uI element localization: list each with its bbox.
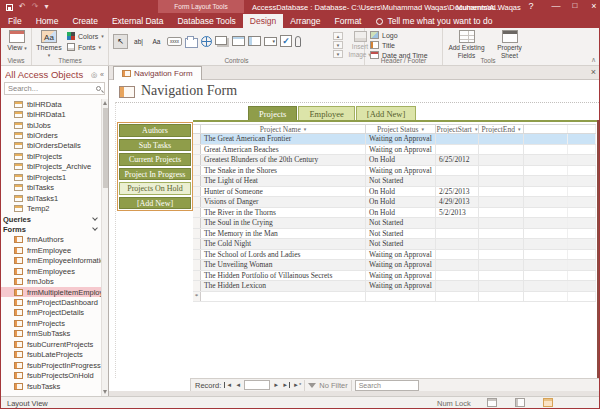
record-search-input[interactable]: Search: [355, 380, 419, 391]
cell-project-start[interactable]: [436, 260, 479, 270]
The Snake in the Shores[interactable]: The Snake in the Shores Waiting on Appro…: [193, 166, 596, 177]
filter-status[interactable]: No Filter: [319, 381, 347, 390]
nav-pane-item[interactable]: frmSubTasks: [1, 329, 101, 339]
Hunter of Someone[interactable]: Hunter of Someone On Hold 2/25/2013: [193, 187, 596, 198]
view-dropdown-icon[interactable]: ▾: [24, 45, 27, 51]
column-dropdown-icon[interactable]: ▾: [421, 126, 424, 132]
nav-pane-item[interactable]: fsubProjectsOnHold: [1, 370, 101, 380]
button-icon[interactable]: xxxx: [167, 34, 182, 49]
column-header[interactable]: [568, 125, 596, 133]
cell-project-start[interactable]: 2/25/2013: [436, 187, 479, 197]
record-number-input[interactable]: [244, 380, 270, 390]
cell-project-status[interactable]: Not Started: [366, 229, 436, 239]
cell-project-name[interactable]: Visions of Danger: [201, 197, 366, 207]
cell-project-name[interactable]: The Unveiling Woman: [201, 260, 366, 270]
cell-project-start[interactable]: [436, 145, 479, 155]
undo-icon[interactable]: ↶: [19, 2, 26, 12]
signed-in-user[interactable]: Muhammad Waqas: [456, 3, 521, 12]
column-dropdown-icon[interactable]: ▾: [475, 126, 478, 132]
nav-pane-item[interactable]: frmEmployeeInformation: [1, 256, 101, 266]
attachment-icon[interactable]: [295, 36, 301, 47]
cell-project-start[interactable]: [436, 239, 479, 249]
logo-button[interactable]: Logo: [370, 31, 428, 39]
cell-project-end[interactable]: [479, 218, 524, 228]
subform-icon[interactable]: [215, 36, 227, 45]
cell-project-name[interactable]: Great American Beaches: [201, 145, 366, 155]
nav-pane-item[interactable]: tblTasks: [1, 183, 101, 193]
gallery-scroll-down-icon[interactable]: ▼: [333, 41, 343, 49]
save-icon[interactable]: [6, 4, 13, 11]
nav-pane-item[interactable]: tblHRData1: [1, 109, 101, 119]
record-selector[interactable]: [193, 208, 201, 218]
The Great American Frontier[interactable]: The Great American Frontier Waiting on A…: [193, 134, 596, 145]
nav-pane-item[interactable]: fsubTasks: [1, 381, 101, 391]
scroll-up-icon[interactable]: [103, 101, 107, 105]
gallery-scroll-up-icon[interactable]: ▲: [333, 32, 343, 40]
cell-project-status[interactable]: Not Started: [366, 218, 436, 228]
record-selector[interactable]: [193, 197, 201, 207]
The Soul in the Crying[interactable]: The Soul in the Crying Not Started: [193, 218, 596, 229]
cell-project-start[interactable]: 4/29/2013: [436, 197, 479, 207]
cell-project-end[interactable]: [479, 145, 524, 155]
cell-project-status[interactable]: Not Started: [366, 239, 436, 249]
tab-create[interactable]: Create: [65, 14, 105, 28]
cell-project-end[interactable]: [479, 250, 524, 260]
cell-project-name[interactable]: The Memory in the Man: [201, 229, 366, 239]
tab-home[interactable]: Home: [29, 14, 66, 28]
nav-pane-item[interactable]: fsubCurrentProjects: [1, 339, 101, 349]
cell-project-status[interactable]: Waiting on Approval: [366, 281, 436, 291]
cell-project-status[interactable]: Waiting on Approval: [366, 271, 436, 281]
nav-pane-item[interactable]: frmProjectDashboard: [1, 297, 101, 307]
tab-database-tools[interactable]: Database Tools: [170, 14, 242, 28]
cell-project-start[interactable]: [436, 281, 479, 291]
navigation-control-icon[interactable]: [248, 36, 261, 46]
form-tab-projects[interactable]: Projects: [248, 106, 297, 120]
add-existing-fields-button[interactable]: Add Existing Fields: [445, 30, 488, 60]
cell-project-start[interactable]: [436, 229, 479, 239]
select-pointer-icon[interactable]: ↖: [113, 34, 128, 49]
The Memory in the Man[interactable]: The Memory in the Man Not Started: [193, 229, 596, 240]
nav-pane-item[interactable]: frmJobs: [1, 276, 101, 286]
form-tab-employee[interactable]: Employee: [298, 106, 354, 120]
record-selector[interactable]: [193, 260, 201, 270]
nav-pane-item[interactable]: tblJobs: [1, 120, 101, 130]
Great American Beaches[interactable]: Great American Beaches Waiting on Approv…: [193, 145, 596, 156]
record-selector[interactable]: [193, 145, 201, 155]
cell-project-name[interactable]: The River in the Thorns: [201, 208, 366, 218]
cell-project-start[interactable]: 6/25/2012: [436, 155, 479, 165]
last-record-icon[interactable]: ►: [282, 382, 290, 388]
cell-project-status[interactable]: On Hold: [366, 197, 436, 207]
cell-project-name[interactable]: The Snake in the Shores: [201, 166, 366, 176]
close-button[interactable]: ×: [587, 1, 600, 11]
nav-pane-item[interactable]: tblHRData: [1, 99, 101, 109]
record-selector[interactable]: [193, 187, 201, 197]
column-dropdown-icon[interactable]: ▾: [304, 126, 307, 132]
title-button[interactable]: Title: [370, 41, 428, 49]
The Unveiling Woman[interactable]: The Unveiling Woman Waiting on Approval: [193, 260, 596, 271]
nav-button-current-projects[interactable]: Current Projects: [119, 153, 191, 166]
tab-arrange[interactable]: Arrange: [283, 14, 327, 28]
cell-project-start[interactable]: [436, 218, 479, 228]
cell-project-end[interactable]: [479, 271, 524, 281]
record-selector[interactable]: [193, 176, 201, 186]
form-tab-add-new[interactable]: [Add New]: [356, 106, 416, 120]
cell-project-end[interactable]: [479, 197, 524, 207]
cell-project-end[interactable]: [479, 208, 524, 218]
record-selector[interactable]: [193, 218, 201, 228]
nav-button-add-new[interactable]: [Add New]: [119, 197, 191, 210]
tab-external-data[interactable]: External Data: [105, 14, 171, 28]
pane-menu-icon[interactable]: ◎: [91, 71, 97, 79]
checkbox-icon[interactable]: ✓: [280, 35, 292, 47]
Visions of Danger[interactable]: Visions of Danger On Hold 4/29/2013: [193, 197, 596, 208]
record-selector[interactable]: [193, 166, 201, 176]
cell-project-end[interactable]: [479, 292, 524, 302]
record-selector[interactable]: [193, 229, 201, 239]
cell-project-status[interactable]: On Hold: [366, 155, 436, 165]
help-button[interactable]: ?: [524, 1, 538, 11]
The River in the Thorns[interactable]: The River in the Thorns On Hold 5/2/2013: [193, 208, 596, 219]
nav-button-authors[interactable]: Authors: [119, 124, 191, 137]
label-icon[interactable]: Aa: [149, 34, 164, 49]
search-input[interactable]: Search...: [4, 82, 105, 95]
form-view-icon[interactable]: [515, 398, 525, 407]
tab-control-icon[interactable]: [185, 38, 198, 48]
